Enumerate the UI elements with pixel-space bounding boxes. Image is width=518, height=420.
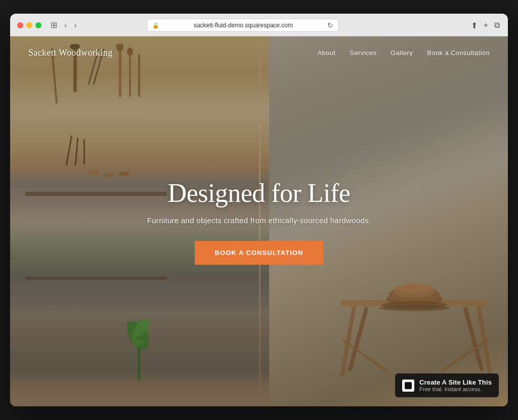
lock-icon: 🔒 — [152, 22, 159, 29]
new-tab-button[interactable]: + — [483, 20, 489, 31]
nav-links: About Services Gallery Book a Consultati… — [317, 49, 490, 57]
reload-icon: ↻ — [327, 21, 333, 29]
url-text: sackett-fluid-demo.squarespace.com — [162, 22, 324, 29]
svg-point-31 — [397, 283, 432, 293]
website-content: Sackett Woodworking About Services Galle… — [10, 36, 508, 406]
svg-rect-15 — [119, 172, 129, 176]
svg-rect-12 — [83, 139, 85, 164]
forward-button[interactable]: › — [72, 20, 78, 30]
traffic-lights — [17, 22, 41, 28]
badge-main-text: Create A Site Like This — [419, 379, 492, 386]
nav-services[interactable]: Services — [350, 49, 376, 57]
browser-chrome: ⊞ ‹ › 🔒 sackett-fluid-demo.squarespace.c… — [10, 14, 508, 36]
site-logo[interactable]: Sackett Woodworking — [28, 48, 113, 58]
tabs-button[interactable]: ⧉ — [493, 20, 501, 31]
hero-title: Designed for Life — [107, 178, 411, 208]
cta-button[interactable]: Book a Consultation — [195, 241, 324, 265]
shelf-decoration-2 — [25, 277, 167, 280]
squarespace-logo — [402, 380, 414, 392]
minimize-button[interactable] — [26, 22, 32, 28]
browser-window: ⊞ ‹ › 🔒 sackett-fluid-demo.squarespace.c… — [10, 14, 508, 406]
svg-rect-22 — [340, 306, 356, 376]
svg-rect-11 — [75, 138, 79, 165]
maximize-button[interactable] — [35, 22, 41, 28]
back-button[interactable]: ‹ — [62, 20, 69, 30]
browser-controls: ⊞ ‹ › — [49, 20, 79, 30]
plant-svg — [119, 310, 159, 381]
nav-book-consultation[interactable]: Book a Consultation — [427, 49, 490, 57]
navigation: Sackett Woodworking About Services Galle… — [10, 36, 508, 69]
squarespace-logo-inner — [405, 382, 412, 389]
address-bar[interactable]: 🔒 sackett-fluid-demo.squarespace.com ↻ — [147, 19, 339, 32]
hero-subtitle: Furniture and objects crafted from ethic… — [107, 216, 411, 225]
badge-text-block: Create A Site Like This Free trial. Inst… — [419, 379, 492, 392]
hero-content: Designed for Life Furniture and objects … — [107, 178, 411, 265]
svg-rect-14 — [104, 173, 114, 177]
sidebar-toggle-button[interactable]: ⊞ — [49, 20, 59, 30]
browser-action-buttons: ⬆ + ⧉ — [470, 20, 501, 31]
nav-gallery[interactable]: Gallery — [391, 49, 413, 57]
share-button[interactable]: ⬆ — [470, 20, 479, 31]
svg-rect-10 — [66, 135, 72, 165]
close-button[interactable] — [17, 22, 23, 28]
svg-rect-13 — [89, 171, 99, 175]
svg-point-33 — [379, 305, 450, 311]
nav-about[interactable]: About — [317, 49, 335, 57]
squarespace-badge[interactable]: Create A Site Like This Free trial. Inst… — [395, 373, 499, 397]
badge-sub-text: Free trial. Instant access. — [419, 386, 492, 392]
